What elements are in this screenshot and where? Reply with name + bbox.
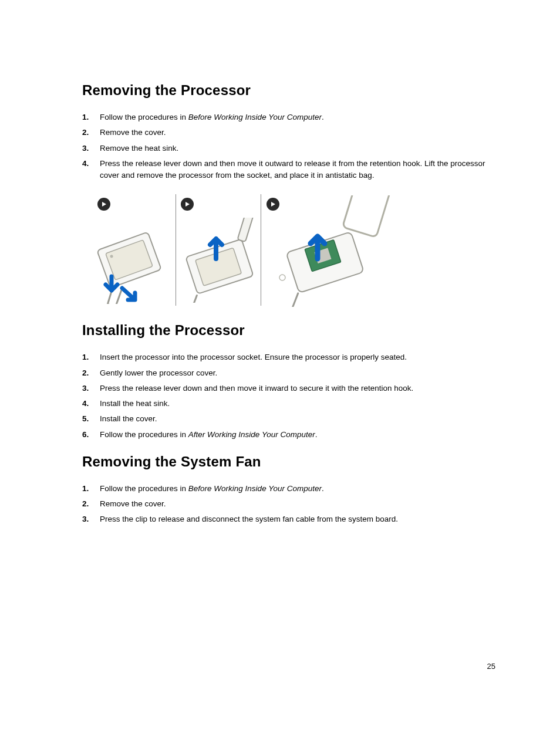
svg-rect-7 [342, 195, 392, 237]
cpu-socket-opening-icon [178, 218, 261, 303]
step-list: Follow the procedures in Before Working … [82, 111, 495, 181]
step-item: Remove the cover. [82, 127, 495, 138]
section-heading: Removing the Processor [82, 82, 495, 99]
section-heading: Installing the Processor [82, 322, 495, 339]
step-item: Follow the procedures in After Working I… [82, 429, 495, 441]
arrow-outward-icon [122, 288, 135, 300]
illustration-panel-2 [176, 194, 261, 306]
step-list: Insert the processor into the processor … [82, 351, 495, 441]
svg-marker-12 [271, 202, 275, 207]
step-item: Press the clip to release and disconnect… [82, 513, 495, 525]
step-text-italic: Before Working Inside Your Computer [188, 484, 322, 493]
step-text: Press the release lever down and then mo… [100, 384, 413, 393]
cpu-removed-icon [265, 195, 394, 307]
step-text: Press the release lever down and then mo… [100, 159, 485, 180]
step-item: Follow the procedures in Before Working … [82, 111, 495, 123]
step-item: Remove the heat sink. [82, 143, 495, 154]
step-text-prefix: Follow the procedures in [100, 430, 188, 439]
document-page: Removing the Processor Follow the proced… [0, 0, 560, 574]
step-item: Insert the processor into the processor … [82, 351, 495, 363]
illustration-panel-1 [82, 194, 176, 306]
page-number: 25 [487, 662, 495, 671]
step-item: Press the release lever down and then mo… [82, 383, 495, 394]
step-text-italic: Before Working Inside Your Computer [188, 113, 322, 121]
cpu-socket-closed-icon [88, 219, 170, 304]
step-item: Install the heat sink. [82, 398, 495, 410]
step-item: Gently lower the processor cover. [82, 367, 495, 379]
step-text-suffix: . [315, 430, 318, 439]
step-text: Install the cover. [100, 414, 157, 423]
illustration-panel-3 [261, 194, 390, 306]
step-item: Press the release lever down and then mo… [82, 158, 495, 182]
step-text: Remove the cover. [100, 499, 166, 508]
processor-removal-illustration [82, 194, 399, 306]
step-item: Follow the procedures in Before Working … [82, 483, 495, 495]
step-text: Press the clip to release and disconnect… [100, 515, 398, 523]
step-text: Remove the cover. [100, 128, 166, 137]
step-item: Install the cover. [82, 413, 495, 425]
step-text-suffix: . [322, 113, 324, 121]
step-list: Follow the procedures in Before Working … [82, 483, 495, 526]
step-text-suffix: . [322, 484, 324, 493]
step-text: Remove the heat sink. [100, 144, 178, 153]
step-text-prefix: Follow the procedures in [100, 113, 188, 121]
step-text: Insert the processor into the processor … [100, 353, 407, 361]
step-item: Remove the cover. [82, 498, 495, 510]
step-text: Gently lower the processor cover. [100, 368, 217, 377]
svg-rect-5 [238, 218, 255, 242]
svg-marker-11 [185, 202, 190, 207]
detail-marker-icon [279, 275, 285, 280]
step-text: Install the heat sink. [100, 399, 170, 408]
section-heading: Removing the System Fan [82, 454, 495, 470]
step-text-italic: After Working Inside Your Computer [188, 430, 315, 439]
svg-marker-10 [102, 202, 106, 207]
step-text-prefix: Follow the procedures in [100, 484, 188, 493]
